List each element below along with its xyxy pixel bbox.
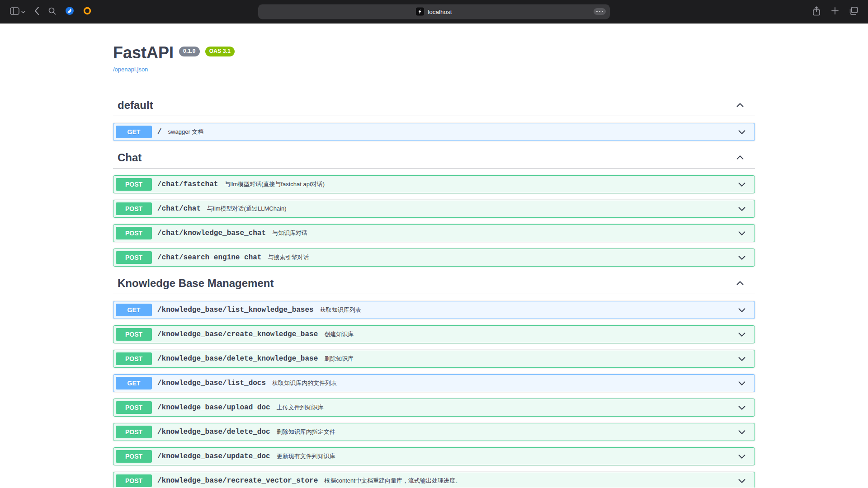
expand-chevron-icon[interactable] <box>737 427 752 437</box>
expand-chevron-icon[interactable] <box>737 305 752 315</box>
operation-path: /chat/chat <box>152 205 203 213</box>
target-extension-button[interactable] <box>83 7 91 16</box>
section-header[interactable]: Knowledge Base Management <box>113 273 755 294</box>
method-badge: POST <box>116 474 152 487</box>
operation-path: /knowledge_base/delete_doc <box>152 428 273 436</box>
version-badge: 0.1.0 <box>179 47 200 56</box>
address-bar[interactable]: localhost <box>258 4 610 19</box>
operation-path: /knowledge_base/update_doc <box>152 452 273 460</box>
expand-chevron-icon[interactable] <box>737 476 752 486</box>
search-button[interactable] <box>48 7 56 16</box>
collapse-chevron-icon[interactable] <box>735 153 750 163</box>
operation-path: /knowledge_base/create_knowledge_base <box>152 330 321 338</box>
method-badge: POST <box>116 251 152 264</box>
section-knowledge-base: Knowledge Base Management GET /knowledge… <box>113 273 755 488</box>
section-default: default GET / swagger 文档 <box>113 95 755 141</box>
operation-path: /chat/fastchat <box>152 180 221 188</box>
ellipsis-icon <box>596 11 598 12</box>
section-chat: Chat POST /chat/fastchat 与llm模型对话(直接与fas… <box>113 147 755 267</box>
operation-description: 删除知识库 <box>321 355 354 363</box>
operation-description: swagger 文档 <box>165 128 204 136</box>
site-favicon-icon <box>416 8 424 16</box>
expand-chevron-icon[interactable] <box>737 403 752 413</box>
swagger-page: FastAPI 0.1.0 OAS 3.1 /openapi.json defa… <box>0 23 868 488</box>
api-info: FastAPI 0.1.0 OAS 3.1 /openapi.json <box>113 43 755 73</box>
operation-row[interactable]: POST /chat/fastchat 与llm模型对话(直接与fastchat… <box>113 175 755 193</box>
method-badge: GET <box>116 126 152 138</box>
more-options-button[interactable] <box>594 8 606 15</box>
expand-chevron-icon[interactable] <box>737 127 752 137</box>
sidebar-icon <box>10 7 19 16</box>
operation-row[interactable]: POST /knowledge_base/delete_doc 删除知识库内指定… <box>113 423 755 441</box>
section-title: Knowledge Base Management <box>118 277 274 290</box>
expand-chevron-icon[interactable] <box>737 451 752 461</box>
expand-chevron-icon[interactable] <box>737 179 752 189</box>
operation-description: 创建知识库 <box>321 330 354 338</box>
search-icon <box>48 7 56 16</box>
operation-row[interactable]: GET /knowledge_base/list_docs 获取知识库内的文件列… <box>113 374 755 392</box>
section-header[interactable]: Chat <box>113 147 755 169</box>
chevron-left-icon <box>34 7 39 16</box>
bird-extension-button[interactable] <box>65 6 74 17</box>
openapi-link[interactable]: /openapi.json <box>113 66 148 73</box>
operation-row[interactable]: POST /knowledge_base/recreate_vector_sto… <box>113 472 755 488</box>
section-title: Chat <box>118 151 142 164</box>
bird-extension-icon <box>65 6 74 17</box>
operation-row[interactable]: POST /chat/search_engine_chat 与搜索引擎对话 <box>113 249 755 267</box>
operation-row[interactable]: GET /knowledge_base/list_knowledge_bases… <box>113 301 755 319</box>
url-text: localhost <box>428 8 452 15</box>
operation-description: 删除知识库内指定文件 <box>273 428 335 436</box>
operation-description: 与llm模型对话(直接与fastchat api对话) <box>221 180 325 188</box>
operation-path: /knowledge_base/upload_doc <box>152 404 273 412</box>
method-badge: GET <box>116 377 152 389</box>
operation-row[interactable]: GET / swagger 文档 <box>113 123 755 141</box>
oas-badge: OAS 3.1 <box>205 47 235 56</box>
method-badge: GET <box>116 304 152 316</box>
operation-row[interactable]: POST /chat/chat 与llm模型对话(通过LLMChain) <box>113 200 755 218</box>
expand-chevron-icon[interactable] <box>737 253 752 263</box>
operation-description: 获取知识库内的文件列表 <box>269 379 337 387</box>
page-title: FastAPI 0.1.0 OAS 3.1 <box>113 43 755 62</box>
operation-row[interactable]: POST /knowledge_base/upload_doc 上传文件到知识库 <box>113 399 755 417</box>
operation-description: 与llm模型对话(通过LLMChain) <box>203 205 287 213</box>
operation-path: /chat/search_engine_chat <box>152 253 264 262</box>
operation-description: 上传文件到知识库 <box>273 404 324 412</box>
method-badge: POST <box>116 450 152 463</box>
operation-row[interactable]: POST /knowledge_base/delete_knowledge_ba… <box>113 350 755 368</box>
plus-icon <box>831 7 839 16</box>
operation-path: / <box>152 128 165 136</box>
operation-description: 与知识库对话 <box>269 229 307 237</box>
collapse-chevron-icon[interactable] <box>735 100 750 110</box>
method-badge: POST <box>116 352 152 365</box>
method-badge: POST <box>116 202 152 215</box>
tab-overview-button[interactable] <box>849 7 858 16</box>
expand-chevron-icon[interactable] <box>737 378 752 388</box>
operation-path: /chat/knowledge_base_chat <box>152 229 269 237</box>
api-title-text: FastAPI <box>113 43 174 62</box>
share-icon <box>812 6 821 17</box>
sidebar-toggle-button[interactable] <box>10 7 25 16</box>
operation-description: 获取知识库列表 <box>316 306 361 314</box>
operation-row[interactable]: POST /knowledge_base/create_knowledge_ba… <box>113 325 755 343</box>
operation-path: /knowledge_base/list_knowledge_bases <box>152 306 316 314</box>
browser-toolbar: localhost <box>0 0 868 23</box>
method-badge: POST <box>116 227 152 239</box>
operation-row[interactable]: POST /knowledge_base/update_doc 更新现有文件到知… <box>113 447 755 465</box>
expand-chevron-icon[interactable] <box>737 329 752 339</box>
operation-row[interactable]: POST /chat/knowledge_base_chat 与知识库对话 <box>113 224 755 242</box>
new-tab-button[interactable] <box>831 7 839 16</box>
share-button[interactable] <box>812 6 821 17</box>
target-extension-icon <box>83 7 91 16</box>
expand-chevron-icon[interactable] <box>737 354 752 364</box>
operation-path: /knowledge_base/delete_knowledge_base <box>152 355 321 363</box>
method-badge: POST <box>116 426 152 438</box>
operation-description: 根据content中文档重建向量库，流式输出处理进度。 <box>321 477 461 485</box>
section-header[interactable]: default <box>113 95 755 116</box>
back-button[interactable] <box>34 7 39 16</box>
collapse-chevron-icon[interactable] <box>735 278 750 288</box>
section-title: default <box>118 99 153 112</box>
expand-chevron-icon[interactable] <box>737 228 752 238</box>
expand-chevron-icon[interactable] <box>737 204 752 214</box>
tab-overview-icon <box>849 7 858 16</box>
method-badge: POST <box>116 178 152 191</box>
